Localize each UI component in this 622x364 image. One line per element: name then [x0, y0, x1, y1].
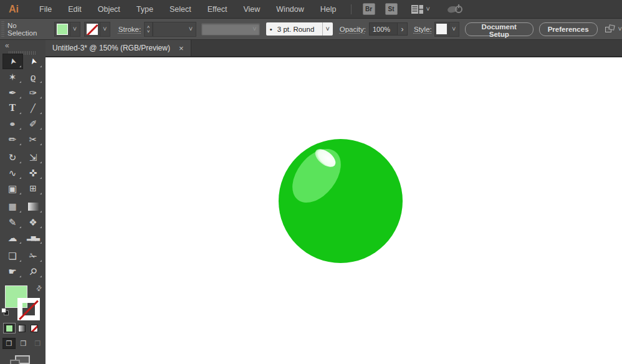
- opacity-input[interactable]: [369, 22, 398, 36]
- fill-swatch: [57, 24, 68, 35]
- panel-options-button[interactable]: ˅: [605, 25, 622, 34]
- scale-icon: ⇲: [29, 153, 37, 162]
- stroke-color-dropdown[interactable]: ˅: [84, 22, 110, 37]
- brush-bullet-icon: •: [270, 26, 272, 33]
- stroke-weight-dropdown[interactable]: ˅: [153, 22, 196, 37]
- ellipse-tool-button[interactable]: ●: [2, 116, 23, 132]
- pen-tool-button[interactable]: ✒: [2, 85, 23, 100]
- menu-help[interactable]: Help: [312, 0, 345, 19]
- none-button[interactable]: [29, 323, 40, 333]
- workspace-switcher[interactable]: ˅: [411, 5, 430, 14]
- magic-wand-tool-button[interactable]: ✶: [2, 69, 23, 85]
- app-logo: Ai: [5, 4, 22, 15]
- type-tool-button[interactable]: T: [2, 100, 23, 116]
- curvature-tool-button[interactable]: ✑: [23, 85, 44, 100]
- draw-normal-button[interactable]: ❒: [2, 338, 16, 349]
- style-link[interactable]: Style:: [414, 26, 432, 33]
- fill-color-dropdown[interactable]: ˅: [54, 22, 80, 37]
- document-tab-bar: Untitled-3* @ 150% (RGB/Preview) ×: [45, 40, 622, 57]
- opacity-link[interactable]: Opacity:: [340, 26, 366, 33]
- eyedropper-tool-button[interactable]: ✎: [2, 214, 23, 230]
- width-tool-button[interactable]: ∿: [2, 165, 23, 181]
- style-dropdown[interactable]: ˅: [434, 22, 459, 37]
- menu-window[interactable]: Window: [268, 0, 312, 19]
- blend-tool-button[interactable]: ❖: [23, 214, 44, 230]
- blend-icon: ❖: [29, 218, 37, 227]
- gradient-icon: [28, 203, 39, 211]
- opacity-expander-button[interactable]: ›: [398, 22, 408, 36]
- shape-builder-tool-button[interactable]: ▣: [2, 181, 23, 196]
- stroke-weight-input[interactable]: [153, 22, 186, 36]
- gradient-swatch-icon: [18, 325, 26, 332]
- green-ball-artwork[interactable]: [279, 139, 403, 263]
- menu-view[interactable]: View: [235, 0, 268, 19]
- direct-selection-tool-button[interactable]: ➤: [23, 54, 44, 69]
- menu-object[interactable]: Object: [90, 0, 128, 19]
- slice-tool-button[interactable]: ✁: [23, 248, 44, 264]
- none-stroke-swatch: [87, 24, 98, 35]
- swap-fill-stroke-button[interactable]: ⇄: [34, 283, 44, 293]
- draw-behind-button[interactable]: ❒: [17, 338, 30, 349]
- cs-live-button[interactable]: [447, 6, 462, 13]
- chevron-down-icon: ˅: [326, 26, 330, 32]
- width-profile-dropdown[interactable]: ˅: [201, 23, 260, 36]
- hand-icon: ☛: [8, 267, 16, 276]
- chevron-right-icon: ›: [401, 25, 403, 34]
- scissors-tool-button[interactable]: ✂: [23, 132, 44, 147]
- stroke-weight-stepper[interactable]: ˄ ˅: [144, 22, 153, 37]
- line-segment-tool-button[interactable]: ╱: [23, 100, 44, 116]
- gradient-tool-button[interactable]: [23, 199, 44, 214]
- brush-definition-dropdown[interactable]: • 3 pt. Round ˅: [266, 22, 333, 36]
- menu-select[interactable]: Select: [161, 0, 199, 19]
- puppet-warp-tool-button[interactable]: ✜: [23, 165, 44, 181]
- chevron-down-icon: ˅: [452, 26, 456, 32]
- rotate-tool-button[interactable]: ↻: [2, 150, 23, 165]
- artboard-canvas[interactable]: [45, 57, 622, 364]
- panel-grip[interactable]: [1, 21, 4, 37]
- menu-edit[interactable]: Edit: [60, 0, 90, 19]
- selection-status: No Selection: [7, 22, 44, 37]
- document-tab[interactable]: Untitled-3* @ 150% (RGB/Preview) ×: [45, 40, 191, 56]
- hand-tool-button[interactable]: ☛: [2, 264, 23, 279]
- bridge-button[interactable]: Br: [363, 3, 375, 15]
- lasso-tool-button[interactable]: ϱ: [23, 69, 44, 85]
- gradient-button[interactable]: [16, 323, 27, 333]
- symbol-sprayer-tool-button[interactable]: ☁: [2, 230, 23, 246]
- menu-type[interactable]: Type: [128, 0, 161, 19]
- stock-button[interactable]: St: [385, 3, 398, 15]
- color-button[interactable]: [4, 323, 15, 333]
- selection-tool-button[interactable]: ➤: [2, 54, 23, 69]
- menu-effect[interactable]: Effect: [199, 0, 236, 19]
- chevron-down-icon: ˅: [189, 26, 193, 32]
- paintbrush-tool-button[interactable]: ✐: [23, 116, 44, 132]
- collapse-panel-button[interactable]: «: [5, 41, 8, 50]
- change-screen-mode-button[interactable]: [15, 355, 30, 364]
- menubar-items: FileEditObjectTypeSelectEffectViewWindow…: [31, 0, 345, 18]
- symbol-sprayer-icon: ☁: [8, 233, 17, 242]
- arrange-documents-icon: [605, 25, 615, 34]
- selection-icon: ➤: [7, 57, 17, 65]
- preferences-button[interactable]: Preferences: [539, 22, 598, 36]
- draw-inside-button[interactable]: ❒: [31, 338, 44, 349]
- menu-file[interactable]: File: [31, 0, 60, 19]
- zoom-tool-button[interactable]: ⚲: [23, 264, 44, 279]
- perspective-grid-tool-button[interactable]: ⊞: [23, 181, 44, 196]
- chevron-down-icon: ˅: [618, 26, 622, 32]
- mesh-tool-button[interactable]: ▦: [2, 199, 23, 214]
- artboard-tool-button[interactable]: ❏: [2, 248, 23, 264]
- perspective-grid-icon: ⊞: [29, 184, 37, 193]
- none-slash-icon: [17, 298, 40, 320]
- column-graph-tool-button[interactable]: ▂▅▃: [23, 230, 44, 246]
- shaper-tool-button[interactable]: ✏: [2, 132, 23, 147]
- stroke-weight-link[interactable]: Stroke:: [118, 26, 141, 33]
- tools-grid: ➤➤✶ϱ✒✑T╱●✐✏✂↻⇲∿✜▣⊞▦✎❖☁▂▅▃❏✁☛⚲: [0, 54, 45, 279]
- stepper-down-icon: ˅: [145, 29, 152, 34]
- line-segment-icon: ╱: [31, 104, 36, 112]
- default-fill-stroke-button[interactable]: [1, 308, 9, 315]
- close-tab-icon[interactable]: ×: [179, 44, 184, 52]
- curvature-icon: ✑: [29, 88, 37, 97]
- scale-tool-button[interactable]: ⇲: [23, 150, 44, 165]
- document-setup-button[interactable]: Document Setup: [465, 22, 533, 36]
- shape-builder-icon: ▣: [8, 184, 17, 193]
- magic-wand-icon: ✶: [9, 72, 17, 82]
